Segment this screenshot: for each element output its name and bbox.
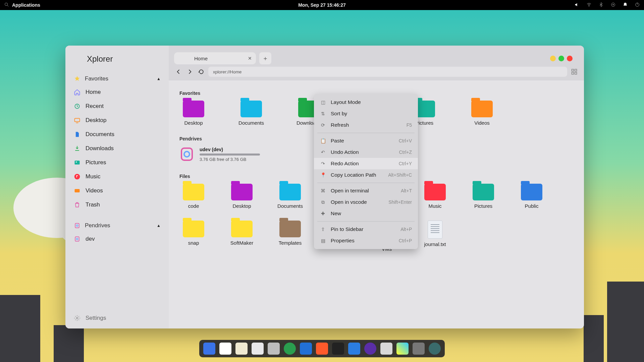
- power-icon[interactable]: [635, 2, 640, 8]
- folder-icon: [521, 184, 542, 200]
- clock[interactable]: Mon, Sep 27 15:46:27: [298, 2, 346, 8]
- search-icon[interactable]: [4, 2, 9, 8]
- nav-row: xplorer://Home: [169, 66, 584, 80]
- dock-app[interactable]: [203, 343, 215, 355]
- ctx-pin-to-sidebar[interactable]: ⇪Pin to SidebarAlt+P: [314, 224, 418, 235]
- ctx-new[interactable]: ✚New: [314, 208, 418, 219]
- item-softmaker[interactable]: SoftMaker: [227, 221, 257, 252]
- item-desktop[interactable]: Desktop: [179, 101, 208, 126]
- sidebar-item-trash[interactable]: Trash: [69, 198, 165, 212]
- forward-button[interactable]: [185, 67, 194, 76]
- dock-app[interactable]: [235, 343, 248, 355]
- item-public[interactable]: Public: [517, 184, 546, 209]
- item-documents[interactable]: Documents: [236, 101, 266, 126]
- vscode-icon: ⧉: [320, 199, 326, 205]
- bluetooth-icon[interactable]: [598, 2, 604, 8]
- dock-app[interactable]: [268, 343, 280, 355]
- settings-button[interactable]: Settings: [69, 311, 165, 325]
- applications-menu[interactable]: Applications: [12, 2, 40, 8]
- close-tab-icon[interactable]: ✕: [248, 56, 252, 61]
- dock-app[interactable]: [348, 343, 360, 355]
- refresh-icon: ⟳: [320, 122, 326, 128]
- notification-icon[interactable]: [623, 2, 628, 8]
- ctx-refresh[interactable]: ⟳RefreshF5: [314, 119, 418, 131]
- sidebar-item-recent[interactable]: Recent: [69, 99, 165, 113]
- sidebar-pendrive-dev[interactable]: dev: [69, 232, 165, 246]
- pendrive-card[interactable]: udev (dev) 3.76 GB free of 3.76 GB: [179, 146, 279, 162]
- sidebar-item-desktop[interactable]: Desktop: [69, 113, 165, 127]
- ctx-undo-action[interactable]: ↶Undo ActionCtrl+Z: [314, 146, 418, 158]
- sidebar-item-documents[interactable]: Documents: [69, 127, 165, 141]
- svg-line-1: [7, 5, 8, 6]
- new-tab-button[interactable]: ＋: [259, 52, 271, 64]
- sidebar-pendrives-header[interactable]: Pendrives ▲: [69, 219, 165, 232]
- sidebar-item-downloads[interactable]: Downloads: [69, 141, 165, 156]
- tab-home[interactable]: Home ✕: [174, 52, 256, 64]
- ctx-label: Redo Action: [331, 161, 359, 167]
- dock-app[interactable]: [219, 343, 231, 355]
- back-button[interactable]: [174, 67, 183, 76]
- ctx-open-in-vscode[interactable]: ⧉Open in vscodeShift+Enter: [314, 196, 418, 208]
- os-top-bar: Applications Mon, Sep 27 15:46:27: [0, 0, 644, 10]
- dock-app[interactable]: [364, 343, 376, 355]
- desktop-icon: [73, 117, 81, 124]
- item-label: Templates: [279, 240, 302, 246]
- folder-icon: [183, 101, 204, 117]
- ctx-redo-action[interactable]: ↷Redo ActionCtrl+Y: [314, 158, 418, 169]
- dock-app[interactable]: [252, 343, 264, 355]
- item-videos[interactable]: Videos: [467, 101, 497, 126]
- location-bar[interactable]: xplorer://Home: [208, 67, 567, 77]
- item-documents[interactable]: Documents: [275, 184, 305, 209]
- sidebar: Xplorer Favorites ▲ HomeRecentDesktopDoc…: [65, 46, 169, 328]
- sidebar-item-videos[interactable]: Videos: [69, 184, 165, 198]
- collapse-icon[interactable]: ▲: [157, 223, 161, 228]
- sidebar-item-home[interactable]: Home: [69, 85, 165, 99]
- sync-icon[interactable]: [610, 2, 616, 8]
- videos-icon: [73, 187, 81, 194]
- dock-app[interactable]: [316, 343, 328, 355]
- reload-button[interactable]: [197, 67, 206, 76]
- folder-icon: [279, 221, 301, 237]
- folder-icon: [183, 184, 204, 200]
- close-button[interactable]: [567, 56, 573, 61]
- layout-toggle-icon[interactable]: [570, 67, 579, 76]
- ctx-shortcut: Ctrl+V: [399, 138, 412, 143]
- dock-app[interactable]: [284, 343, 296, 355]
- item-pictures[interactable]: Pictures: [469, 184, 498, 209]
- ctx-shortcut: Ctrl+Z: [399, 149, 412, 155]
- maximize-button[interactable]: [558, 56, 564, 61]
- minimize-button[interactable]: [550, 56, 556, 61]
- content-area: Favorites DesktopDocumentsDownloadsMusic…: [169, 80, 584, 328]
- dock-app[interactable]: [429, 343, 441, 355]
- item-label: Pictures: [415, 120, 433, 126]
- item-music[interactable]: Music: [420, 184, 450, 209]
- volume-icon[interactable]: [574, 2, 580, 8]
- ctx-shortcut: F5: [407, 122, 412, 128]
- ctx-open-in-terminal[interactable]: ⌘Open in terminalAlt+T: [314, 185, 418, 196]
- dock-app[interactable]: [300, 343, 312, 355]
- sidebar-item-music[interactable]: Music: [69, 170, 165, 184]
- sidebar-favorites-header[interactable]: Favorites ▲: [69, 72, 165, 85]
- ctx-sort-by[interactable]: ⇅Sort by: [314, 108, 418, 119]
- item-templates[interactable]: Templates: [275, 221, 305, 252]
- item-label: code: [188, 203, 199, 209]
- ctx-properties[interactable]: ▤PropertiesCtrl+P: [314, 235, 418, 246]
- ctx-paste[interactable]: 📋PasteCtrl+V: [314, 135, 418, 146]
- collapse-icon[interactable]: ▲: [157, 76, 161, 81]
- dock-app[interactable]: [413, 343, 425, 355]
- folder-icon: [231, 221, 253, 237]
- sidebar-item-pictures[interactable]: Pictures: [69, 156, 165, 170]
- wifi-icon[interactable]: [586, 2, 592, 8]
- item-code[interactable]: code: [179, 184, 208, 209]
- dock-app[interactable]: [332, 343, 344, 355]
- item-label: Pictures: [474, 203, 492, 209]
- dock-app[interactable]: [396, 343, 409, 355]
- item-snap[interactable]: snap: [179, 221, 208, 252]
- dock-app[interactable]: [380, 343, 392, 355]
- app-title: Xplorer: [69, 52, 165, 71]
- item-desktop[interactable]: Desktop: [227, 184, 257, 209]
- ctx-layout-mode[interactable]: ◫Layout Mode: [314, 97, 418, 108]
- item-journal.txt[interactable]: journal.txt: [420, 221, 450, 252]
- ctx-copy-location-path[interactable]: 📍Copy Location PathAlt+Shift+C: [314, 169, 418, 181]
- svg-rect-19: [572, 69, 574, 71]
